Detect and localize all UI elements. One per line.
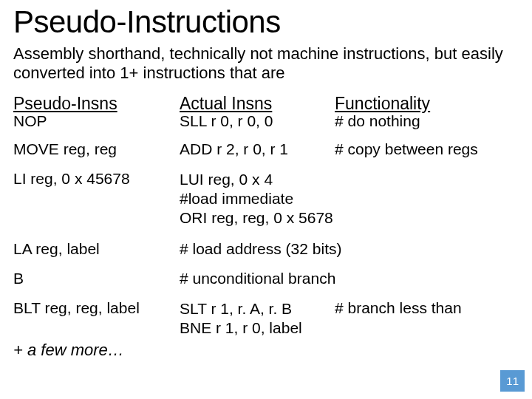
header-actual: Actual Insns bbox=[180, 94, 335, 114]
slide-title: Pseudo-Instructions bbox=[13, 4, 519, 40]
cell-actual: SLL r 0, r 0, 0 bbox=[180, 112, 335, 130]
cell-func: # copy between regs bbox=[335, 140, 519, 158]
table-row: B # unconditional branch bbox=[13, 270, 519, 287]
cell-rest: # load address (32 bits) bbox=[180, 240, 519, 258]
footer-note: + a few more… bbox=[13, 341, 519, 360]
cell-rest: # unconditional branch bbox=[180, 270, 519, 287]
header-pseudo: Pseudo-Insns bbox=[13, 94, 180, 114]
actual-line2: BNE r 1, r 0, label bbox=[180, 319, 302, 336]
cell-func: # do nothing bbox=[335, 112, 519, 130]
table-headers: Pseudo-Insns Actual Insns Functionality bbox=[13, 94, 519, 114]
cell-pseudo: NOP bbox=[13, 112, 180, 130]
slide-subtitle: Assembly shorthand, technically not mach… bbox=[13, 44, 519, 83]
page-number: 11 bbox=[500, 370, 525, 392]
cell-pseudo: BLT reg, reg, label bbox=[13, 299, 180, 317]
cell-actual: ADD r 2, r 0, r 1 bbox=[180, 140, 335, 158]
cell-actual: LUI reg, 0 x 4 #load immediate ORI reg, … bbox=[180, 170, 335, 228]
table-row: NOP SLL r 0, r 0, 0 # do nothing bbox=[13, 112, 519, 130]
cell-actual: SLT r 1, r. A, r. B BNE r 1, r 0, label bbox=[180, 299, 335, 338]
func-inline: #load immediate bbox=[180, 190, 293, 207]
cell-pseudo: B bbox=[13, 270, 180, 287]
cell-pseudo: LI reg, 0 x 45678 bbox=[13, 170, 180, 188]
actual-line1: LUI reg, 0 x 4 bbox=[180, 171, 273, 188]
cell-pseudo: LA reg, label bbox=[13, 240, 180, 258]
table-row: LI reg, 0 x 45678 LUI reg, 0 x 4 #load i… bbox=[13, 170, 519, 228]
table-row: MOVE reg, reg ADD r 2, r 0, r 1 # copy b… bbox=[13, 140, 519, 158]
actual-line1: SLT r 1, r. A, r. B bbox=[180, 300, 292, 317]
table-row: BLT reg, reg, label SLT r 1, r. A, r. B … bbox=[13, 299, 519, 338]
table-row: LA reg, label # load address (32 bits) bbox=[13, 240, 519, 258]
actual-line2: ORI reg, reg, 0 x 5678 bbox=[180, 209, 333, 226]
header-functionality: Functionality bbox=[335, 94, 519, 114]
slide-content: Pseudo-Instructions Assembly shorthand, … bbox=[0, 0, 532, 360]
cell-func: # branch less than bbox=[335, 299, 519, 317]
cell-pseudo: MOVE reg, reg bbox=[13, 140, 180, 158]
